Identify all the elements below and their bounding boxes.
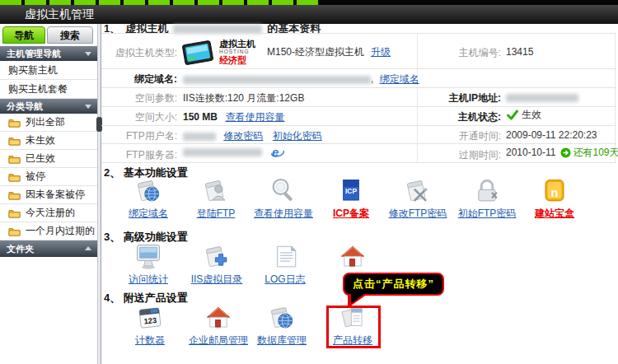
globe-folder-icon[interactable] (133, 177, 164, 205)
sidebar-section-host-management[interactable]: 主机管理导航 (0, 46, 97, 61)
action-iis-virtual-dir[interactable]: IIS虚拟目录 (183, 245, 250, 287)
callout-text: 点击“产品转移” (353, 278, 434, 290)
sidebar-item-buy-host-package[interactable]: 购买主机套餐 (0, 80, 97, 99)
badge-line2: HOSTING (219, 49, 255, 55)
database-globe-icon[interactable] (266, 304, 297, 332)
redacted-ftp-server (183, 148, 262, 156)
log-document-icon[interactable] (269, 243, 301, 271)
bind-domain-link[interactable]: 绑定域名 (380, 73, 419, 85)
change-password-link[interactable]: 修改密码 (223, 130, 263, 142)
sidebar-section-category-nav[interactable]: 分类导航 (0, 99, 97, 114)
action-label[interactable]: 访问统计 (129, 273, 168, 287)
action-login-ftp[interactable]: 登陆FTP (182, 181, 250, 221)
green-arrow-icon (560, 147, 571, 158)
action-bind-domain[interactable]: 绑定域名 (115, 181, 182, 221)
action-visit-stats[interactable]: 访问统计 (115, 245, 182, 287)
mail-home-icon[interactable] (203, 304, 234, 332)
virtual-host-manager-window: 虚拟主机管理 导航 搜索 主机管理导航 购买新主机 购买主机套餐 分类导航 列出… (0, 0, 618, 364)
action-view-usage[interactable]: 查看使用容量 (250, 181, 317, 221)
sidebar-item-registered-today[interactable]: 今天注册的 (0, 204, 97, 222)
action-label[interactable]: 初始FTP密码 (458, 207, 517, 221)
heading-number: 3、 (104, 231, 120, 243)
host-status-row: 生效 (506, 108, 541, 121)
expire-time-label: 过期时间: (410, 148, 501, 162)
host-id-label: 主机编号: (410, 46, 501, 60)
action-icp-record[interactable]: ICP ICP备案 (317, 181, 385, 221)
action-label[interactable]: IIS虚拟目录 (191, 273, 243, 287)
folder-icon (8, 136, 21, 146)
domain-separator: , (371, 73, 373, 85)
action-counter[interactable]: 123 计数器 (116, 306, 184, 348)
magnifier-icon[interactable] (268, 177, 299, 205)
host-type-value-row: 虚拟主机 HOSTING 经济型 M150-经济型虚拟主机 升级 (181, 37, 391, 68)
user-folder-icon[interactable] (200, 177, 232, 205)
sidebar-item-expiring-in-month[interactable]: 一个月内过期的 (0, 222, 97, 240)
sidebar-item-list-all[interactable]: 列出全部 (0, 114, 97, 132)
heading-suffix: 的基本资料 (267, 21, 321, 36)
ie-icon[interactable]: e (270, 146, 284, 159)
sidebar-item-label: 未生效 (26, 133, 55, 147)
svg-text:ICP: ICP (345, 187, 358, 195)
ftp-server-label: FTP服务器: (101, 148, 177, 162)
action-label[interactable]: 登陆FTP (197, 207, 236, 221)
sidebar-item-inactive[interactable]: 未生效 (0, 132, 97, 150)
action-label[interactable]: ICP备案 (333, 207, 369, 221)
action-label[interactable]: LOG日志 (265, 273, 305, 287)
init-password-link[interactable]: 初始化密码 (273, 130, 322, 142)
sidebar-section-folders[interactable]: 文件夹 (0, 240, 97, 257)
svg-text:n: n (551, 186, 559, 199)
folder-icon (8, 208, 21, 218)
sidebar-item-suspended-no-icp[interactable]: 因未备案被停 (0, 186, 97, 204)
counter-icon[interactable]: 123 (134, 304, 166, 332)
table-grid-line (615, 33, 616, 162)
action-label[interactable]: 查看使用容量 (254, 207, 313, 221)
action-mail-management[interactable]: 企业邮局管理 (185, 306, 252, 348)
upgrade-link[interactable]: 升级 (371, 45, 391, 59)
folder-plus-icon[interactable] (201, 243, 232, 271)
ftp-user-label: FTP用户名: (101, 129, 177, 143)
monitor-icon[interactable] (133, 241, 164, 271)
svg-text:123: 123 (143, 316, 157, 326)
action-label[interactable]: 绑定域名 (129, 207, 168, 221)
chevron-up-icon (85, 246, 91, 250)
table-grid-line (101, 87, 616, 88)
action-log[interactable]: LOG日志 (251, 245, 319, 287)
space-params-label: 空间参数: (101, 91, 177, 105)
space-params-value: IIS连接数:120 月流量:12GB (183, 91, 304, 105)
sidebar-item-buy-new-host[interactable]: 购买新主机 (0, 61, 97, 80)
redacted-ftp-user (183, 133, 216, 141)
sitebox-icon[interactable]: n (539, 177, 570, 205)
action-label[interactable]: 建站宝盒 (535, 207, 574, 221)
view-usage-link[interactable]: 查看使用容量 (225, 111, 284, 123)
icp-icon[interactable]: ICP (335, 177, 367, 205)
sidebar-item-suspended[interactable]: 被停 (0, 168, 97, 186)
action-label[interactable]: 企业邮局管理 (189, 334, 248, 348)
action-site-builder[interactable]: n 建站宝盒 (521, 181, 588, 221)
host-type-label: 虚拟主机类型: (101, 46, 177, 60)
action-init-ftp-password[interactable]: 初始FTP密码 (453, 181, 521, 221)
space-size-row: 150 MB 查看使用容量 (183, 110, 284, 124)
sidebar-item-label: 一个月内过期的 (26, 224, 95, 238)
lock-icon[interactable] (471, 177, 503, 205)
action-database-management[interactable]: 数据库管理 (248, 306, 316, 348)
folder-icon (8, 118, 21, 128)
sidebar-item-label: 已生效 (26, 152, 55, 166)
expire-date-value: 2010-10-11 (506, 147, 556, 158)
tab-navigation[interactable]: 导航 (2, 26, 45, 44)
host-ip-value (506, 91, 578, 103)
action-label[interactable]: 计数器 (135, 334, 165, 348)
domain-value-row: , 绑定域名 (183, 72, 419, 86)
tools-folder-icon[interactable] (402, 177, 433, 205)
table-grid-line (101, 143, 616, 144)
days-left-note: 还有109天过期 (574, 146, 618, 160)
table-grid-line (101, 68, 616, 69)
tab-search[interactable]: 搜索 (47, 26, 93, 44)
action-label[interactable]: 数据库管理 (257, 334, 307, 348)
action-label[interactable]: 修改FTP密码 (389, 207, 447, 221)
table-grid-line (101, 33, 616, 34)
home-icon[interactable] (337, 243, 368, 271)
sidebar-item-active[interactable]: 已生效 (0, 150, 97, 168)
host-status-value: 生效 (522, 108, 541, 122)
folder-icon (8, 226, 21, 236)
action-change-ftp-password[interactable]: 修改FTP密码 (384, 181, 452, 221)
